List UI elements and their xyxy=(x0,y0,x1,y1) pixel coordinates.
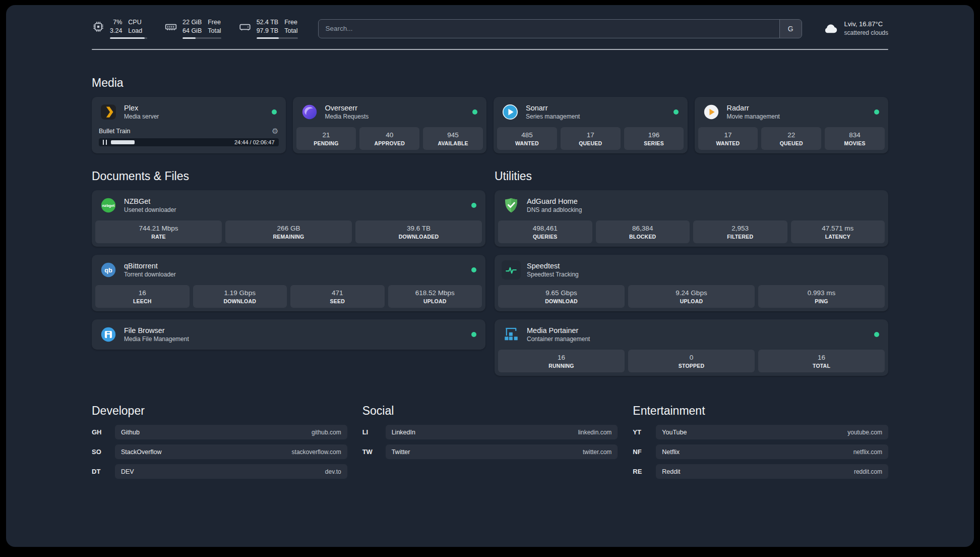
stat-tile: 9.24 Gbps UPLOAD xyxy=(628,285,755,308)
bookmark-netflix[interactable]: NF Netflix netflix.com xyxy=(633,444,888,459)
pause-icon[interactable] xyxy=(103,140,107,145)
app-title: Media Portainer xyxy=(527,326,868,335)
stat-label: SERIES xyxy=(626,140,682,146)
stat-tile: 1.19 Gbps DOWNLOAD xyxy=(193,285,287,308)
status-dot xyxy=(471,203,476,208)
app-subtitle: Container management xyxy=(527,336,868,343)
search-input[interactable] xyxy=(319,25,779,32)
app-card-speedtest[interactable]: Speedtest Speedtest Tracking 9.65 Gbps D… xyxy=(495,255,888,311)
stat-value: 834 xyxy=(827,131,883,139)
stat-value: 744.21 Mbps xyxy=(97,225,220,232)
stat-value: 618.52 Mbps xyxy=(390,289,480,297)
stat-tile: 22 QUEUED xyxy=(761,127,821,150)
bookmark-domain: youtube.com xyxy=(847,429,882,436)
bookmark-name: StackOverflow xyxy=(121,449,162,456)
app-subtitle: Media File Management xyxy=(124,336,465,343)
bookmark-link[interactable]: Reddit reddit.com xyxy=(656,464,888,479)
app-subtitle: Usenet downloader xyxy=(124,206,465,213)
bookmark-group-developer: Developer GH Github github.com SO StackO… xyxy=(92,404,347,484)
app-title: AdGuard Home xyxy=(527,197,881,205)
bookmark-group-entertainment: Entertainment YT YouTube youtube.com NF … xyxy=(633,404,888,484)
stat-tile: 2,953 FILTERED xyxy=(693,220,787,243)
stat-tile: 834 MOVIES xyxy=(825,127,885,150)
stat-tile: 47.571 ms LATENCY xyxy=(791,220,885,243)
app-card-overseerr[interactable]: Overseerr Media Requests 21 PENDING 40 A… xyxy=(293,97,487,153)
status-dot xyxy=(471,267,476,272)
bookmark-github[interactable]: GH Github github.com xyxy=(92,425,347,439)
stat-tile: 485 WANTED xyxy=(497,127,557,150)
disk-meter xyxy=(257,37,298,39)
bookmark-stackoverflow[interactable]: SO StackOverflow stackoverflow.com xyxy=(92,444,347,459)
app-card-adguard[interactable]: AdGuard Home DNS and adblocking 498,461 … xyxy=(495,190,888,247)
memory-free-value: 22 GiB xyxy=(182,18,202,27)
stat-value: 9.24 Gbps xyxy=(630,289,753,297)
memory-free-label: Free xyxy=(208,18,221,27)
bookmark-name: YouTube xyxy=(662,429,687,436)
bookmark-youtube[interactable]: YT YouTube youtube.com xyxy=(633,425,888,439)
stat-value: 485 xyxy=(499,131,555,139)
cpu-percent: 7% xyxy=(113,18,122,27)
bookmark-link[interactable]: YouTube youtube.com xyxy=(656,425,888,439)
stat-tile: 9.65 Gbps DOWNLOAD xyxy=(498,285,625,308)
stat-label: UPLOAD xyxy=(630,298,753,304)
portainer-icon xyxy=(502,325,521,344)
bookmark-link[interactable]: DEV dev.to xyxy=(115,464,347,479)
gear-icon[interactable]: ⚙ xyxy=(272,127,278,135)
app-card-radarr[interactable]: Radarr Movie management 17 WANTED 22 QUE… xyxy=(695,97,889,153)
bookmark-link[interactable]: Github github.com xyxy=(115,425,347,439)
app-card-sonarr[interactable]: Sonarr Series management 485 WANTED 17 Q… xyxy=(494,97,688,153)
now-playing-title: Bullet Train xyxy=(99,128,131,135)
stat-label: WANTED xyxy=(700,140,756,146)
stat-value: 1.19 Gbps xyxy=(195,289,285,297)
disk-free-value: 52.4 TB xyxy=(257,18,279,27)
cloud-icon xyxy=(822,20,839,37)
app-card-nzbget[interactable]: nzbget NZBGet Usenet downloader 744.21 M… xyxy=(92,190,485,247)
stat-tile: 471 SEED xyxy=(290,285,385,308)
radarr-icon xyxy=(702,102,721,122)
bookmark-name: Github xyxy=(121,429,140,436)
app-card-filebrowser[interactable]: File Browser Media File Management xyxy=(92,319,485,350)
stat-tile: 0 STOPPED xyxy=(628,350,755,372)
stat-value: 266 GB xyxy=(227,225,350,232)
stat-tile: 21 PENDING xyxy=(296,127,356,150)
stat-value: 9.65 Gbps xyxy=(500,289,623,297)
stat-label: WANTED xyxy=(499,140,555,146)
bookmark-link[interactable]: StackOverflow stackoverflow.com xyxy=(115,444,347,459)
stat-tile: 16 RUNNING xyxy=(498,350,625,372)
svg-text:nzbget: nzbget xyxy=(102,203,115,208)
header-divider xyxy=(92,49,888,50)
sonarr-icon xyxy=(501,102,520,122)
bookmark-link[interactable]: LinkedIn linkedin.com xyxy=(386,425,618,439)
app-card-qbittorrent[interactable]: qb qBittorrent Torrent downloader 16 LEE… xyxy=(92,255,485,311)
stat-tile: 86,384 BLOCKED xyxy=(596,220,690,243)
bookmark-link[interactable]: Twitter twitter.com xyxy=(386,444,618,459)
bookmark-twitter[interactable]: TW Twitter twitter.com xyxy=(362,444,618,459)
bookmark-dev[interactable]: DT DEV dev.to xyxy=(92,464,347,479)
stat-value: 47.571 ms xyxy=(793,225,883,232)
stat-value: 0 xyxy=(630,354,753,361)
bookmark-link[interactable]: Netflix netflix.com xyxy=(656,444,888,459)
bookmark-linkedin[interactable]: LI LinkedIn linkedin.com xyxy=(362,425,618,439)
stat-tile: 0.993 ms PING xyxy=(758,285,885,308)
bookmark-domain: dev.to xyxy=(325,468,341,475)
app-card-portainer[interactable]: Media Portainer Container management 16 … xyxy=(495,319,888,376)
bookmark-reddit[interactable]: RE Reddit reddit.com xyxy=(633,464,888,479)
bookmark-name: LinkedIn xyxy=(392,429,415,436)
search-provider-button[interactable]: G xyxy=(779,20,802,38)
playback-progress-bar[interactable]: 24:44 / 02:06:47 xyxy=(99,138,279,146)
playback-time: 24:44 / 02:06:47 xyxy=(234,139,275,145)
disk-free-label: Free xyxy=(284,18,297,27)
plex-icon xyxy=(99,102,118,122)
app-title: Radarr xyxy=(727,104,869,112)
stat-label: DOWNLOAD xyxy=(195,298,285,304)
stat-label: LEECH xyxy=(97,298,188,304)
weather-widget: Lviv, 16.87°C scattered clouds xyxy=(822,20,888,37)
app-subtitle: DNS and adblocking xyxy=(527,206,881,213)
app-card-plex[interactable]: Plex Media server Bullet Train ⚙ 24:44 /… xyxy=(92,97,286,153)
top-bar: 7% 3.24 CPU Load xyxy=(92,18,888,39)
app-subtitle: Speedtest Tracking xyxy=(527,271,881,278)
filebrowser-icon xyxy=(99,325,118,344)
disk-total-value: 97.9 TB xyxy=(257,27,279,35)
bookmark-abbr: NF xyxy=(633,444,656,459)
bookmark-abbr: LI xyxy=(362,425,386,439)
